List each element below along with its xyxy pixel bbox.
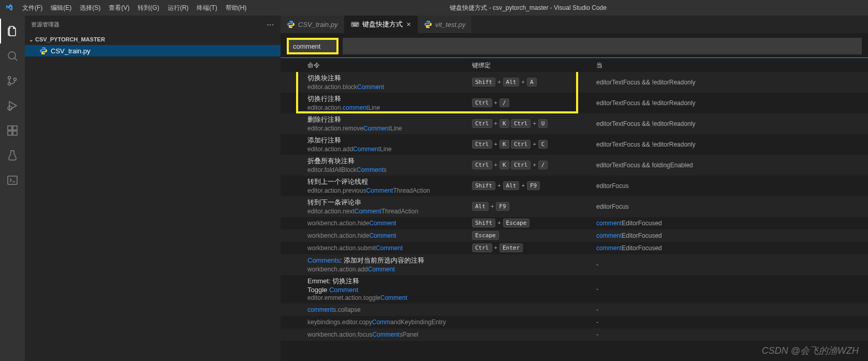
menu-item[interactable]: 查看(V) [105,0,134,16]
key-chip: Alt [503,181,520,190]
activity-bar [0,16,25,361]
key-chip: F9 [496,202,509,211]
cell-command: ✎workbench.action.hideComment [281,232,472,239]
tab-label: 键盘快捷方式 [362,20,403,29]
key-chip: Alt [472,202,489,211]
command-title: 转到下一条评论串 [307,198,472,207]
keybinding-row[interactable]: keybindings.editor.copyCommandKeybinding… [281,316,868,328]
editor-tabs: CSV_train.py键盘快捷方式×vit_test.py [281,16,868,34]
svg-rect-7 [13,131,17,135]
tab-label: vit_test.py [435,21,466,28]
menu-item[interactable]: 运行(R) [164,0,193,16]
keybinding-row[interactable]: 删除行注释editor.action.removeCommentLineCtrl… [281,113,868,134]
cell-command: workbench.action.hideComment [281,219,472,227]
editor-tab[interactable]: 键盘快捷方式× [345,16,418,33]
menu-item[interactable]: 转到(G) [134,0,163,16]
keybinding-row[interactable]: 转到下一条评论串editor.action.nextCommentThreadA… [281,196,868,217]
window-title: 键盘快捷方式 - csv_pytorch_master - Visual Stu… [251,4,806,12]
sidebar-title: 资源管理器 [31,21,60,28]
titlebar: 文件(F)编辑(E)选择(S)查看(V)转到(G)运行(R)终端(T)帮助(H)… [0,0,868,16]
keybinding-row[interactable]: 添加行注释editor.action.addCommentLineCtrl+K … [281,134,868,155]
key-chip: Ctrl [472,140,492,149]
keybinding-row[interactable]: workbench.action.focusCommentsPanel- [281,328,868,341]
cell-when: editorFocus [596,203,868,210]
terminal-icon[interactable] [0,168,25,193]
key-chip: / [499,98,509,107]
svg-rect-5 [8,126,12,130]
cell-keybinding: Shift+Alt+F9 [472,181,596,191]
menu-item[interactable]: 帮助(H) [222,0,251,16]
folder-section-header[interactable]: ⌄ CSV_PYTORCH_MASTER [25,34,281,45]
keybinding-row[interactable]: Emmet: 切换注释Toggle Commenteditor.emmet.ac… [281,275,868,304]
command-id: editor.action.blockComment [307,83,472,91]
keybinding-row[interactable]: workbench.action.submitCommentCtrl+Enter… [281,242,868,254]
key-chip: Escape [472,231,499,240]
search-icon[interactable] [0,44,25,68]
cell-command: workbench.action.submitComment [281,244,472,252]
editor-tab[interactable]: CSV_train.py [281,16,345,33]
file-tree: CSV_train.py [25,45,281,361]
more-actions-icon[interactable]: ··· [267,20,274,30]
cell-when: commentEditorFocused [596,244,868,252]
cell-when: editorTextFocus && !editorReadonly [596,79,868,86]
cell-when: - [596,306,868,313]
menu-item[interactable]: 终端(T) [193,0,221,16]
extensions-icon[interactable] [0,118,25,143]
testing-icon[interactable] [0,143,25,168]
keybinding-search-input[interactable] [289,40,336,52]
header-command[interactable]: 命令 [281,61,472,70]
keybinding-row[interactable]: comments.collapse- [281,304,868,316]
cell-command: 添加行注释editor.action.addCommentLine [281,136,472,153]
cell-command: Emmet: 切换注释Toggle Commenteditor.emmet.ac… [281,277,472,301]
cell-when: editorFocus [596,182,868,190]
key-chip: Enter [499,243,523,252]
command-id: keybindings.editor.copyCommandKeybinding… [307,319,472,326]
cell-keybinding: Shift+Alt+A [472,77,596,87]
cell-command: 转到下一条评论串editor.action.nextCommentThreadA… [281,198,472,215]
menu-item[interactable]: 文件(F) [18,0,47,16]
editor-tab[interactable]: vit_test.py [418,16,473,33]
keybinding-row[interactable]: 切换块注释editor.action.blockCommentShift+Alt… [281,72,868,93]
svg-point-2 [8,83,11,85]
cell-when: editorTextFocus && !editorReadonly [596,99,868,107]
menu-bar: 文件(F)编辑(E)选择(S)查看(V)转到(G)运行(R)终端(T)帮助(H) [18,0,251,16]
folder-name: CSV_PYTORCH_MASTER [35,36,105,42]
key-chip: K [499,140,509,149]
key-chip: Shift [472,78,495,86]
menu-item[interactable]: 选择(S) [76,0,105,16]
command-id: editor.foldAllBlockComments [307,166,472,174]
keybinding-row[interactable]: 切换行注释editor.action.commentLineCtrl+/edit… [281,93,868,113]
command-id: workbench.action.focusCommentsPanel [307,331,472,338]
header-when[interactable]: 当 [596,61,868,70]
keybinding-row[interactable]: Comments: 添加对当前所选内容的注释workbench.action.a… [281,254,868,275]
explorer-icon[interactable] [0,19,25,44]
keybindings-table[interactable]: 切换块注释editor.action.blockCommentShift+Alt… [281,72,868,361]
cell-keybinding: Ctrl+K Ctrl+C [472,139,596,149]
svg-rect-14 [357,23,358,24]
keybinding-row[interactable]: workbench.action.hideCommentShift+Escape… [281,217,868,229]
run-debug-icon[interactable] [0,93,25,118]
key-chip: K [499,119,509,128]
keybinding-row[interactable]: 折叠所有块注释editor.foldAllBlockCommentsCtrl+K… [281,155,868,176]
keybinding-row[interactable]: ✎workbench.action.hideCommentEscapecomme… [281,229,868,242]
command-title: 切换行注释 [307,94,472,104]
keybinding-row[interactable]: 转到上一个评论线程editor.action.previousCommentTh… [281,176,868,196]
cell-command: keybindings.editor.copyCommandKeybinding… [281,318,472,326]
command-title: 删除行注释 [307,115,472,124]
cell-command: 切换块注释editor.action.blockComment [281,74,472,91]
python-file-icon [39,47,48,55]
cell-command: workbench.action.focusCommentsPanel [281,330,472,338]
header-keybinding[interactable]: 键绑定 [472,61,596,70]
search-input-extension[interactable] [343,38,862,54]
key-chip: Ctrl [472,119,492,128]
python-file-icon [424,20,432,28]
source-control-icon[interactable] [0,68,25,93]
menu-item[interactable]: 编辑(E) [47,0,76,16]
key-chip: Ctrl [472,98,492,107]
key-chip: Shift [472,181,495,190]
close-icon[interactable]: × [407,20,411,28]
key-chip: Ctrl [511,140,531,149]
cell-keybinding: Shift+Escape [472,218,596,228]
command-title: 转到上一个评论线程 [307,177,472,186]
file-item[interactable]: CSV_train.py [25,45,281,56]
